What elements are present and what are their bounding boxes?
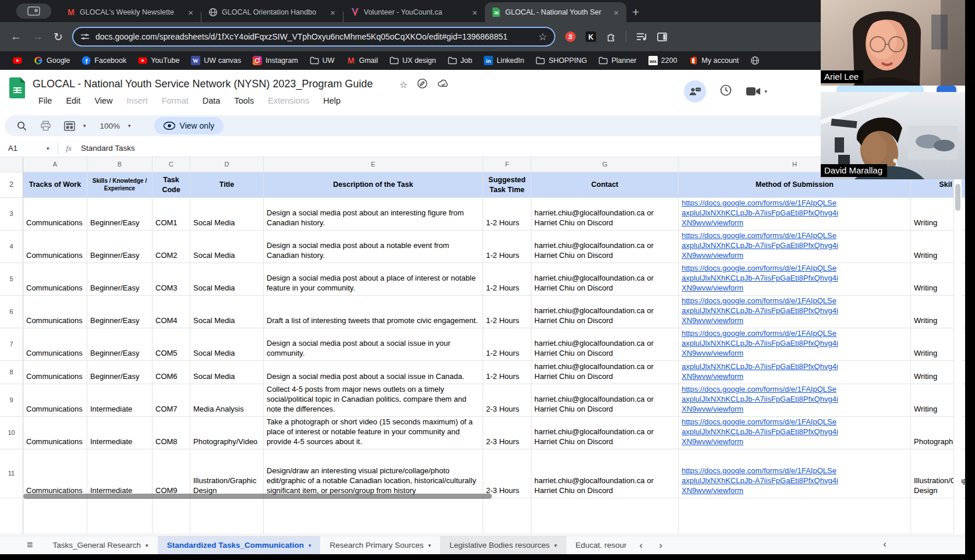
bookmark-linkedin[interactable]: inLinkedIn: [479, 54, 529, 67]
version-history-icon[interactable]: [719, 83, 733, 100]
column-header-A[interactable]: A: [23, 157, 87, 172]
cell-C4[interactable]: COM2: [153, 231, 190, 263]
formula-input[interactable]: Standard Tasks: [81, 144, 135, 153]
cell-F5[interactable]: 1-2 Hours: [483, 263, 531, 296]
column-header-C[interactable]: C: [153, 157, 190, 172]
cell-B6[interactable]: Beginner/Easy: [87, 296, 153, 328]
menu-insert[interactable]: Insert: [121, 94, 154, 107]
bookmark-instagram[interactable]: Instagram: [248, 54, 303, 67]
cell-G8[interactable]: harriet.chiu@glocalfoundation.ca or Harr…: [531, 361, 679, 384]
empty-cell[interactable]: [531, 498, 679, 534]
empty-cell[interactable]: [483, 498, 531, 534]
row-header-partial[interactable]: [0, 498, 23, 534]
menu-format[interactable]: Format: [156, 94, 194, 107]
view-only-pill[interactable]: View only: [154, 117, 224, 134]
cell-A10[interactable]: Communications: [23, 417, 87, 449]
submission-link-4[interactable]: https://docs.google.com/forms/d/e/1FAIpQ…: [679, 231, 911, 263]
bookmark-planner[interactable]: Planner: [594, 54, 641, 67]
cell-A9[interactable]: Communications: [23, 384, 87, 417]
bookmark-2200[interactable]: wix2200: [644, 54, 682, 67]
cloud-status-icon[interactable]: [437, 78, 449, 91]
cell-B9[interactable]: Intermediate: [87, 384, 153, 417]
cell-D6[interactable]: Socal Media: [190, 296, 264, 328]
window-control-pill[interactable]: [16, 3, 51, 19]
bookmark-gmail[interactable]: MGmail: [342, 54, 383, 67]
sheet-tab-caret-icon[interactable]: ▾: [428, 543, 431, 548]
cell-E8[interactable]: Design a social media post about a socia…: [264, 361, 483, 384]
bookmark-job[interactable]: Job: [443, 54, 477, 67]
menu-tools[interactable]: Tools: [228, 94, 260, 107]
video-call-icon[interactable]: ▾: [746, 85, 767, 98]
browser-tab-0[interactable]: MGLOCAL's Weekly Newslette×: [59, 2, 201, 22]
print-layout-icon[interactable]: [64, 120, 75, 132]
column-header-B[interactable]: B: [87, 157, 153, 172]
browser-tab-1[interactable]: GLOCAL Orientation Handbo×: [201, 2, 343, 22]
forward-button[interactable]: →: [32, 30, 43, 43]
cell-G5[interactable]: harriet.chiu@glocalfoundation.ca or Harr…: [531, 263, 679, 296]
cell-C3[interactable]: COM1: [153, 198, 190, 231]
cell-E10[interactable]: Take a photograph or short video (15 sec…: [264, 417, 483, 449]
request-edit-access-icon[interactable]: [417, 78, 428, 91]
cell-F10[interactable]: 2-3 Hours: [483, 417, 531, 449]
sheet-tab-0[interactable]: Tasks_General Research▾: [44, 536, 158, 554]
new-tab-button[interactable]: +: [632, 5, 639, 19]
name-box-caret-icon[interactable]: ▾: [47, 146, 49, 151]
browser-tab-3[interactable]: GLOCAL - National Youth Ser×: [485, 2, 626, 22]
side-panel-icon[interactable]: [657, 31, 668, 42]
cell-D8[interactable]: Socal Media: [190, 361, 264, 384]
cell-B10[interactable]: Intermediate: [87, 417, 153, 449]
row-header-10[interactable]: 10: [0, 417, 23, 449]
column-header-G[interactable]: G: [531, 157, 679, 172]
bookmark-google[interactable]: Google: [29, 54, 75, 67]
submission-link-11[interactable]: https://docs.google.com/forms/d/e/1FAIpQ…: [679, 449, 911, 498]
cell-B5[interactable]: Beginner/Easy: [87, 263, 153, 296]
header-cell-6[interactable]: Suggested Task Time: [483, 172, 531, 198]
cell-C8[interactable]: COM6: [153, 361, 190, 384]
empty-cell[interactable]: [190, 498, 264, 534]
submission-link-8[interactable]: https://docs.google.com/forms/d/e/1FAIpQ…: [679, 361, 911, 384]
cell-E4[interactable]: Design a social media post about a notab…: [264, 231, 483, 263]
cell-D10[interactable]: Photography/Video: [190, 417, 264, 449]
cell-D7[interactable]: Socal Media: [190, 328, 264, 361]
column-header-F[interactable]: F: [483, 157, 531, 172]
cell-D5[interactable]: Socal Media: [190, 263, 264, 296]
grid-corner[interactable]: [0, 157, 23, 172]
cell-E7[interactable]: Design a social media post about a socia…: [264, 328, 483, 361]
sheet-tab-2[interactable]: Research Primary Sources▾: [320, 536, 440, 554]
address-bar[interactable]: docs.google.com/spreadsheets/d/1fXcY4oid…: [72, 27, 555, 47]
cell-B11[interactable]: Intermediate: [87, 449, 153, 498]
cell-F3[interactable]: 1-2 Hours: [483, 198, 531, 231]
sheet-tab-caret-icon[interactable]: ▾: [146, 543, 148, 548]
row-header-4[interactable]: 4: [0, 231, 23, 263]
empty-cell[interactable]: [23, 498, 87, 534]
cell-A7[interactable]: Communications: [23, 328, 87, 361]
column-header-E[interactable]: E: [264, 157, 483, 172]
print-layout-caret-icon[interactable]: ▾: [83, 123, 86, 129]
cell-G4[interactable]: harriet.chiu@glocalfoundation.ca or Harr…: [531, 231, 679, 263]
cell-G9[interactable]: harriet.chiu@glocalfoundation.ca or Harr…: [531, 384, 679, 417]
submission-link-3[interactable]: https://docs.google.com/forms/d/e/1FAIpQ…: [679, 198, 911, 231]
browser-tab-2[interactable]: Volunteer - YouCount.ca×: [343, 2, 485, 22]
cell-D4[interactable]: Socal Media: [190, 231, 264, 263]
cell-C6[interactable]: COM4: [153, 296, 190, 328]
bookmark-star-icon[interactable]: ☆: [538, 31, 547, 43]
extensions-puzzle-icon[interactable]: [605, 31, 616, 42]
header-cell-1[interactable]: Tracks of Work: [23, 172, 87, 198]
zoom-select[interactable]: 100% ▾: [100, 122, 134, 130]
site-settings-icon[interactable]: [80, 32, 90, 41]
sheet-tab-caret-icon[interactable]: ▾: [554, 543, 557, 548]
vertical-scrollbar-track[interactable]: [953, 157, 962, 534]
vertical-scrollbar-thumb[interactable]: [955, 184, 960, 211]
cell-D3[interactable]: Socal Media: [190, 198, 264, 231]
cell-G10[interactable]: harriet.chiu@glocalfoundation.ca or Harr…: [531, 417, 679, 449]
row-header-9[interactable]: 9: [0, 384, 23, 417]
tab-close-icon[interactable]: ×: [328, 8, 337, 17]
menu-help[interactable]: Help: [317, 94, 346, 107]
cell-G6[interactable]: harriet.chiu@glocalfoundation.ca or Harr…: [531, 296, 679, 328]
bookmark-youtube[interactable]: YouTube: [133, 54, 184, 67]
cell-E5[interactable]: Design a social media post about a place…: [264, 263, 483, 296]
horizontal-scrollbar[interactable]: [23, 494, 492, 499]
cell-A4[interactable]: Communications: [23, 231, 87, 263]
scroll-sheets-left-icon[interactable]: ‹: [631, 536, 651, 554]
cell-F6[interactable]: 1-2 Hours: [483, 296, 531, 328]
